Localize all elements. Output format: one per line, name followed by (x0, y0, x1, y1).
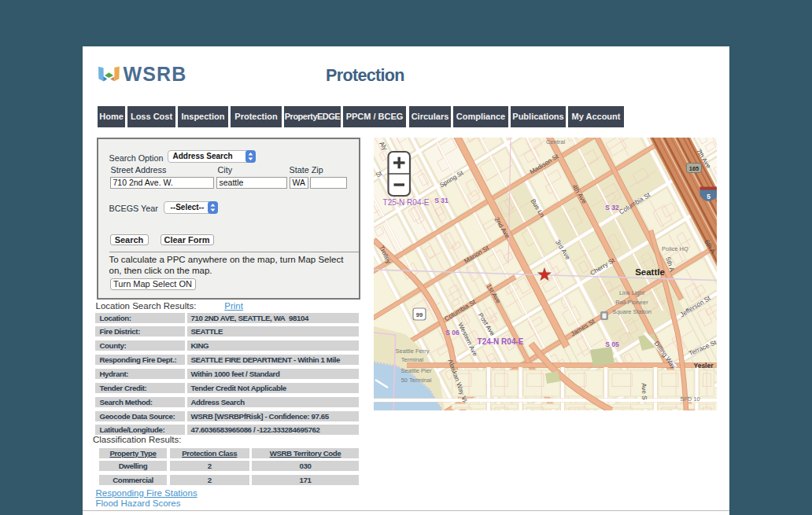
svg-text:Central: Central (545, 138, 565, 145)
svg-text:Link Light: Link Light (618, 289, 644, 296)
svg-text:S 31: S 31 (434, 197, 448, 204)
svg-text:Seattle Ferry: Seattle Ferry (395, 348, 429, 355)
svg-text:S 32: S 32 (605, 204, 619, 212)
svg-text:Seattle Pier: Seattle Pier (400, 367, 431, 374)
svg-text:S 05: S 05 (605, 340, 619, 348)
svg-text:Seattle: Seattle (635, 267, 665, 277)
svg-text:T25-N R04-E: T25-N R04-E (382, 198, 429, 207)
svg-text:Square Station: Square Station (612, 308, 651, 315)
svg-text:5: 5 (707, 193, 710, 200)
svg-text:50 Terminal: 50 Terminal (400, 377, 431, 384)
svg-text:S 06: S 06 (445, 329, 460, 337)
svg-text:Terminal: Terminal (400, 356, 423, 363)
svg-text:Yesler: Yesler (693, 362, 714, 370)
svg-text:SFD 10: SFD 10 (680, 395, 699, 403)
svg-text:Rail-Pioneer: Rail-Pioneer (615, 299, 648, 306)
svg-text:165: 165 (688, 165, 699, 172)
svg-text:99: 99 (415, 311, 422, 318)
svg-text:T24-N R04-E: T24-N R04-E (477, 337, 523, 346)
svg-text:Ave S: Ave S (640, 383, 648, 401)
svg-text:Police HQ: Police HQ (662, 245, 688, 252)
